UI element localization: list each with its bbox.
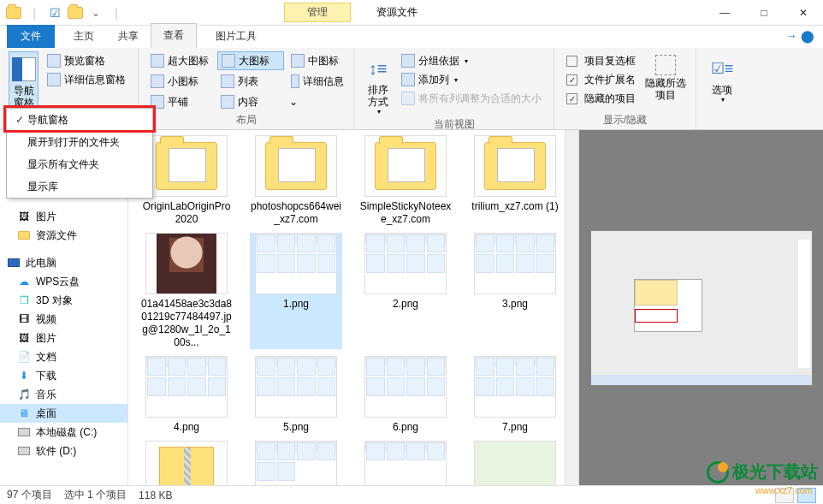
status-count: 97 个项目 [7,488,52,502]
group-layout-label: 布局 [147,111,345,127]
content-icon [221,95,234,109]
nav-this-pc[interactable]: 此电脑 [0,253,127,272]
menu-nav-pane[interactable]: ✓导航窗格 [7,109,152,131]
chevron-down-icon: ▾ [454,76,458,84]
group-by-button[interactable]: 分组依据▾ [398,51,545,70]
view-details-button[interactable] [775,488,794,503]
add-columns-button[interactable]: 添加列▾ [398,70,545,89]
nav-desktop-label: 桌面 [36,406,56,421]
nav-this-pc-label: 此电脑 [26,256,56,270]
add-columns-label: 添加列 [418,73,449,87]
file-item[interactable] [250,441,342,485]
nav-downloads[interactable]: ⬇下载 [0,366,127,385]
nav-pictures[interactable]: 🖼图片 [0,207,127,226]
file-item[interactable]: SimpleStickyNoteexe_xz7.com [359,135,452,226]
layout-small[interactable]: 小图标 [147,72,214,91]
nav-wps[interactable]: ☁WPS云盘 [0,272,127,291]
thumbnail [145,356,228,418]
file-name: 2.png [393,298,418,311]
maximize-button[interactable]: □ [744,0,784,26]
file-grid[interactable]: OriginLabOriginPro2020photoshopcs664wei_… [128,130,565,485]
navigation-pane-icon [12,57,36,81]
nav-videos[interactable]: 🎞视频 [0,310,127,329]
menu-expand-open-label: 展开到打开的文件夹 [27,135,120,150]
menu-show-all[interactable]: 显示所有文件夹 [7,153,152,175]
details-pane-button[interactable]: 详细信息窗格 [44,70,129,89]
file-item[interactable]: 01a41458ae3c3da801219c77484497.jpg@1280w… [140,233,233,349]
navigation-pane-dropdown: ✓导航窗格 展开到打开的文件夹 显示所有文件夹 显示库 [6,108,153,199]
folder-icon[interactable] [3,3,24,23]
options-button[interactable]: ☑≡ 选项 ▾ [705,51,739,114]
nav-desktop[interactable]: 🖥桌面 [0,404,127,423]
nav-documents[interactable]: 📄文档 [0,347,127,366]
menu-expand-open[interactable]: 展开到打开的文件夹 [7,131,152,153]
close-button[interactable]: ✕ [784,0,823,26]
layout-list[interactable]: 列表 [217,72,284,91]
layout-details[interactable]: 详细信息 [287,72,347,91]
layout-content-label: 内容 [238,95,258,110]
file-item[interactable]: 7.png [469,356,561,434]
layout-medium[interactable]: 中图标 [287,51,347,70]
download-icon: ⬇ [17,369,31,382]
nav-disk-c[interactable]: 本地磁盘 (C:) [0,423,127,442]
nav-wps-label: WPS云盘 [36,275,80,289]
checkbox-checked-icon [566,93,577,104]
layout-content[interactable]: 内容 [217,92,284,111]
document-icon: 📄 [17,350,31,364]
tab-view[interactable]: 查看 [151,23,197,48]
layout-extra-large[interactable]: 超大图标 [147,51,214,70]
tab-home[interactable]: 主页 [62,25,106,48]
tab-picture-tools[interactable]: 图片工具 [204,25,269,48]
hidden-items-toggle[interactable]: 隐藏的项目 [563,89,639,108]
nav-music[interactable]: 🎵音乐 [0,385,127,404]
file-item[interactable]: 5.png [250,356,342,434]
thumbnail [255,135,337,197]
tab-share[interactable]: 共享 [106,25,151,48]
properties-checkbox-icon[interactable]: ☑ [44,3,65,23]
menu-show-libs[interactable]: 显示库 [7,175,152,198]
nav-music-label: 音乐 [36,388,56,402]
help-icon[interactable]: → ⬤ [785,29,814,43]
file-item[interactable]: 1.png [250,233,342,349]
hide-selected-button[interactable]: 隐藏所选项目 [644,51,687,111]
layout-more[interactable]: ⌄ [287,92,299,111]
view-thumbnails-button[interactable] [797,488,816,503]
preview-pane [578,130,823,485]
tab-file[interactable]: 文件 [7,25,55,48]
file-item[interactable]: trilium_xz7.com (1) [469,135,561,226]
qat-separator: | [24,3,44,23]
layout-tiles[interactable]: 平铺 [147,92,214,111]
file-item[interactable]: photoshopcs664wei_xz7.com [250,135,342,226]
nav-disk-d[interactable]: 软件 (D:) [0,442,127,460]
minimize-button[interactable]: — [705,0,744,26]
disk-icon [17,444,31,458]
file-item[interactable]: 3.png [469,233,561,349]
nav-resource-folder[interactable]: 资源文件 [0,226,127,245]
preview-pane-label: 预览窗格 [64,54,105,68]
preview-pane-button[interactable]: 预览窗格 [44,51,129,70]
layout-large[interactable]: 大图标 [217,51,284,70]
vertical-scrollbar[interactable] [565,130,578,485]
file-item[interactable] [469,441,561,485]
qat-folder-icon[interactable] [65,3,86,23]
file-item[interactable]: OriginLabOriginPro2020 [140,135,233,226]
add-columns-icon [401,73,415,86]
thumbnail [364,233,447,294]
nav-pictures2[interactable]: 🖼图片 [0,329,127,347]
file-item[interactable] [359,441,452,485]
list-icon [221,74,234,88]
file-ext-toggle[interactable]: 文件扩展名 [563,70,639,89]
file-name: 01a41458ae3c3da801219c77484497.jpg@1280w… [140,298,233,349]
file-item[interactable] [140,441,233,485]
sort-by-button[interactable]: ↕≡ 排序方式 ▾ [363,51,393,116]
group-show-hide: 项目复选框 文件扩展名 隐藏的项目 隐藏所选项目 显示/隐藏 [554,48,696,129]
item-checkboxes-toggle[interactable]: 项目复选框 [563,51,639,70]
file-item[interactable]: 4.png [140,356,233,434]
file-name: 1.png [283,298,309,311]
chevron-down-icon: ▾ [465,57,468,65]
file-item[interactable]: 6.png [359,356,452,434]
qat-dropdown-icon[interactable]: ⌄ [86,3,106,23]
options-label: 选项 [712,84,732,96]
nav-3d[interactable]: ❒3D 对象 [0,291,127,310]
file-item[interactable]: 2.png [359,233,452,349]
